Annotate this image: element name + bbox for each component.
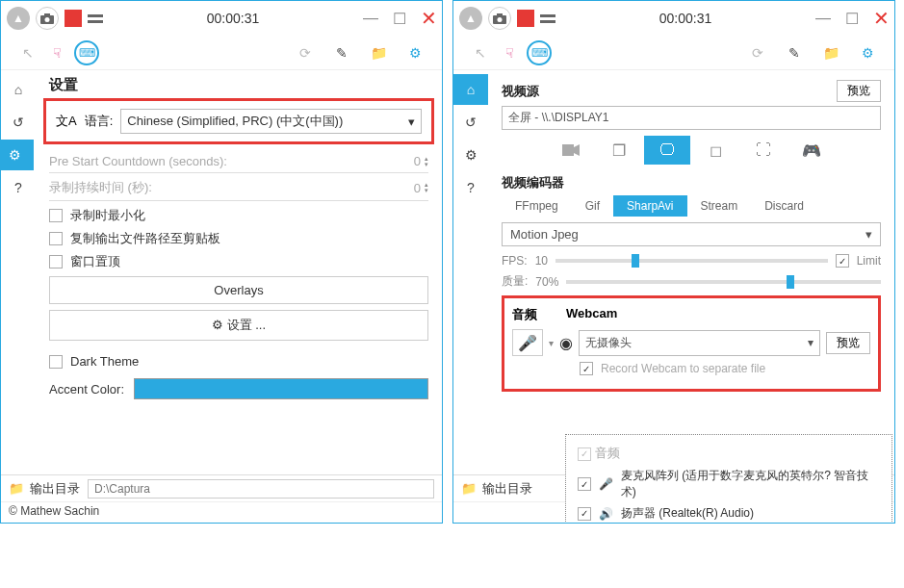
audio-title: 音频	[512, 306, 537, 323]
speaker-device-checkbox[interactable]: ✓ 🔊 扬声器 (Realtek(R) Audio)	[578, 505, 880, 522]
tab-sharpavi[interactable]: SharpAvi	[613, 195, 686, 217]
audio-popup: ✓ 音频 ✓ 🎤 麦克风阵列 (适用于数字麦克风的英特尔? 智音技术) ✓ 🔊 …	[565, 434, 892, 523]
maximize-button[interactable]: ☐	[392, 10, 407, 28]
mic-toggle[interactable]: 🎤	[512, 329, 543, 356]
tab-discard[interactable]: Discard	[751, 195, 817, 217]
sidebar-home[interactable]: ⌂	[453, 74, 488, 105]
minimize-button[interactable]: —	[363, 10, 378, 27]
darktheme-checkbox[interactable]: Dark Theme	[49, 354, 428, 369]
limit-checkbox[interactable]: ✓	[836, 254, 849, 268]
overlays-button[interactable]: Overlays	[49, 276, 428, 304]
folder-icon[interactable]: 📁	[367, 45, 390, 61]
record-button[interactable]	[517, 10, 534, 27]
source-camera-icon[interactable]	[548, 136, 594, 165]
collapse-button[interactable]: ▲	[7, 7, 30, 30]
fps-value: 10	[535, 254, 548, 268]
copyright: © Mathew Sachin	[1, 501, 442, 523]
maximize-button[interactable]: ☐	[844, 10, 860, 28]
svg-point-2	[45, 17, 50, 22]
sidebar-history[interactable]: ↺	[1, 107, 36, 138]
refresh-icon[interactable]: ⟳	[294, 45, 317, 61]
folder-icon[interactable]: 📁	[9, 481, 24, 496]
pause-button[interactable]	[88, 14, 103, 23]
language-icon: 文A	[56, 113, 77, 130]
preview-button[interactable]: 预览	[837, 80, 881, 102]
copypath-checkbox[interactable]: 复制输出文件路径至剪贴板	[49, 230, 428, 247]
gear-icon[interactable]: ⚙	[403, 45, 426, 61]
webcam-title: Webcam	[566, 306, 617, 323]
settings-content: 设置 文A 语言: Chinese (Simplified, PRC) (中文(…	[36, 70, 442, 523]
cursor-icon[interactable]: ↖	[16, 45, 39, 61]
main-window: ▲ 00:00:31 — ☐ ✕ ↖ ☟ ⌨ ⟳ ✎ 📁 ⚙ ⌂ ↺ ⚙	[452, 0, 895, 524]
screenshot-button[interactable]	[488, 7, 511, 30]
spinner-icon[interactable]: ▴▾	[425, 156, 428, 167]
screenshot-button[interactable]	[36, 7, 59, 30]
click-icon[interactable]: ☟	[45, 45, 68, 61]
fps-slider[interactable]	[555, 259, 828, 263]
webcam-preview-button[interactable]: 预览	[826, 332, 870, 354]
sidebar-settings[interactable]: ⚙	[0, 140, 34, 170]
brush-icon[interactable]: ✎	[330, 45, 353, 61]
language-select[interactable]: Chinese (Simplified, PRC) (中文(中国)) ▾	[120, 109, 422, 134]
webcam-select[interactable]: 无摄像头▾	[579, 330, 820, 356]
settings-window: ▲ 00:00:31 — ☐ ✕ ↖ ☟ ⌨ ⟳ ✎ 📁 ⚙ ⌂ ↺ ⚙	[0, 0, 443, 524]
cursor-icon[interactable]: ↖	[469, 45, 492, 61]
sidebar-settings[interactable]: ⚙	[453, 140, 488, 170]
topmost-checkbox[interactable]: 窗口置顶	[49, 253, 428, 270]
chevron-down-icon[interactable]: ▾	[549, 338, 554, 348]
codec-select[interactable]: Motion Jpeg▾	[502, 222, 881, 246]
tab-stream[interactable]: Stream	[687, 195, 752, 217]
duration-label: 录制持续时间 (秒):	[49, 179, 152, 196]
pause-button[interactable]	[540, 14, 555, 23]
popup-title: 音频	[595, 446, 620, 460]
output-path[interactable]: D:\Captura	[88, 479, 434, 499]
source-window-icon[interactable]: ❐	[596, 136, 642, 165]
duration-field[interactable]: 录制持续时间 (秒): 0▴▾	[49, 175, 428, 201]
tab-gif[interactable]: Gif	[572, 195, 613, 217]
timer-display: 00:00:31	[103, 11, 363, 26]
source-region-icon[interactable]: ◻	[692, 136, 738, 165]
gear-icon[interactable]: ⚙	[856, 45, 879, 61]
click-icon[interactable]: ☟	[498, 45, 521, 61]
timer-display: 00:00:31	[555, 11, 815, 26]
minimize-checkbox[interactable]: 录制时最小化	[49, 207, 428, 224]
settings-button[interactable]: ⚙ 设置 ...	[49, 310, 428, 341]
webcam-icon: ◉	[559, 334, 573, 352]
quality-slider[interactable]	[566, 280, 881, 284]
source-screen-icon[interactable]: 🖵	[644, 136, 690, 165]
encoder-title: 视频编码器	[502, 174, 564, 192]
keyboard-icon[interactable]: ⌨	[527, 40, 552, 65]
spinner-icon[interactable]: ▴▾	[425, 182, 428, 193]
source-game-icon[interactable]: 🎮	[788, 136, 835, 165]
accent-color-swatch[interactable]	[134, 378, 428, 399]
sidebar-help[interactable]: ?	[1, 172, 36, 203]
language-label: 语言:	[85, 113, 114, 130]
source-select[interactable]: 全屏 - \\.\DISPLAY1	[502, 106, 881, 130]
titlebar: ▲ 00:00:31 — ☐ ✕	[453, 1, 894, 36]
prestart-field[interactable]: Pre Start Countdown (seconds): 0▴▾	[49, 150, 428, 173]
fps-label: FPS:	[502, 254, 528, 268]
folder-icon[interactable]: 📁	[819, 45, 842, 61]
keyboard-icon[interactable]: ⌨	[74, 40, 99, 65]
close-button[interactable]: ✕	[421, 7, 436, 30]
brush-icon[interactable]: ✎	[783, 45, 806, 61]
sidebar-help[interactable]: ?	[453, 172, 488, 203]
collapse-button[interactable]: ▲	[459, 7, 482, 30]
close-button[interactable]: ✕	[873, 7, 889, 30]
svg-rect-4	[497, 13, 503, 16]
record-separate-checkbox[interactable]: ✓Record Webcam to separate file	[580, 362, 870, 375]
svg-rect-1	[44, 13, 50, 16]
tab-ffmpeg[interactable]: FFmpeg	[502, 195, 572, 217]
refresh-icon[interactable]: ⟳	[746, 45, 769, 61]
record-button[interactable]	[65, 10, 82, 27]
source-fullscreen-icon[interactable]: ⛶	[740, 136, 787, 165]
page-title: 设置	[49, 76, 428, 94]
duration-value: 0	[414, 181, 421, 195]
svg-marker-7	[574, 144, 580, 156]
accent-label: Accent Color:	[49, 382, 124, 396]
mic-device-checkbox[interactable]: ✓ 🎤 麦克风阵列 (适用于数字麦克风的英特尔? 智音技术)	[578, 468, 880, 500]
sidebar-home[interactable]: ⌂	[1, 74, 36, 105]
folder-icon[interactable]: 📁	[461, 481, 477, 496]
minimize-button[interactable]: —	[815, 10, 831, 27]
sidebar-history[interactable]: ↺	[453, 107, 488, 138]
